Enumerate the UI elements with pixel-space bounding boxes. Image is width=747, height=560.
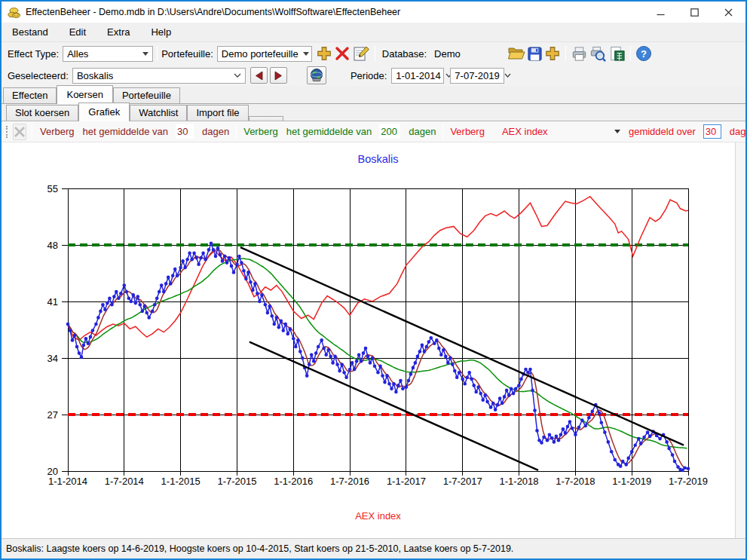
- print-preview-icon: [589, 45, 607, 63]
- effect-type-label: Effect Type:: [8, 48, 59, 60]
- previous-effect-button[interactable]: [250, 67, 268, 84]
- add-portefeuille-button[interactable]: [315, 44, 333, 63]
- help-icon: ?: [635, 45, 652, 62]
- menu-bar: Bestand Edit Extra Help: [2, 23, 745, 42]
- minimize-button[interactable]: [644, 2, 678, 23]
- svg-text:48: 48: [47, 240, 58, 251]
- average-30-label: het gemiddelde van: [83, 126, 168, 137]
- web-lookup-button[interactable]: [307, 66, 326, 84]
- dropdown-arrow-icon: [614, 130, 620, 133]
- sub-tab-strip: Slot koersen Grafiek Watchlist Import fi…: [2, 104, 745, 121]
- selection-bar: Geselecteerd: Boskalis Periode: 1-01-201…: [2, 65, 745, 86]
- maximize-icon: [690, 8, 699, 17]
- help-button[interactable]: ?: [635, 44, 653, 63]
- status-text: Boskalis: Laagste koers op 14-6-2019, Ho…: [6, 543, 513, 554]
- svg-text:1-1-2015: 1-1-2015: [161, 476, 201, 487]
- verberg-index-button[interactable]: Verberg: [450, 126, 485, 137]
- svg-text:1-1-2016: 1-1-2016: [274, 476, 313, 487]
- application-window: EffectenBeheer - Demo.mdb in D:\Users\An…: [0, 0, 747, 560]
- menu-help[interactable]: Help: [140, 23, 182, 41]
- tab-blank[interactable]: [249, 116, 283, 121]
- average-30-input[interactable]: [176, 124, 194, 139]
- gemiddeld-over-label: gemiddeld over: [629, 126, 696, 137]
- tab-grafiek[interactable]: Grafiek: [78, 103, 130, 121]
- title-bar: EffectenBeheer - Demo.mdb in D:\Users\An…: [2, 2, 745, 23]
- previous-arrow-icon: [255, 71, 263, 81]
- main-toolbar: Effect Type: Alles Portefeuille: Demo po…: [2, 42, 745, 65]
- menu-edit[interactable]: Edit: [59, 23, 96, 41]
- svg-text:1-7-2016: 1-7-2016: [330, 476, 369, 487]
- geselecteerd-combobox[interactable]: Boskalis: [72, 68, 246, 84]
- coins-app-icon: [8, 6, 20, 19]
- save-icon: [527, 46, 543, 62]
- status-bar: Boskalis: Laagste koers op 14-6-2019, Ho…: [2, 538, 745, 558]
- folder-open-icon: [507, 46, 525, 61]
- print-icon: [571, 45, 588, 63]
- index-average-input[interactable]: [703, 124, 721, 139]
- dagen-30-label: dagen: [202, 126, 229, 137]
- export-excel-button[interactable]: [608, 44, 626, 63]
- periode-label: Periode:: [351, 70, 387, 81]
- svg-text:1-7-2014: 1-7-2014: [105, 476, 144, 487]
- average-200-input[interactable]: [379, 124, 400, 139]
- minimize-icon: [657, 8, 665, 17]
- toggle-average-30-group: Verberg het gemiddelde van dagen: [38, 124, 229, 139]
- dagen-index-label: dagen: [730, 126, 747, 137]
- next-effect-button[interactable]: [270, 67, 287, 84]
- close-icon: [724, 8, 733, 17]
- window-title: EffectenBeheer - Demo.mdb in D:\Users\An…: [26, 7, 400, 17]
- close-button[interactable]: [712, 2, 745, 23]
- menu-extra[interactable]: Extra: [96, 23, 140, 41]
- geselecteerd-label: Geselecteerd:: [8, 70, 69, 81]
- tab-import-file[interactable]: Import file: [187, 105, 248, 121]
- separator: [630, 46, 631, 61]
- delete-icon: [334, 45, 351, 62]
- print-button[interactable]: [570, 44, 589, 63]
- separator: [236, 124, 237, 139]
- portefeuille-combobox[interactable]: Demo portefeuille: [217, 46, 312, 62]
- svg-text:34: 34: [47, 353, 58, 364]
- edit-portefeuille-button[interactable]: [351, 44, 371, 63]
- verberg-30-button[interactable]: Verberg: [40, 126, 75, 137]
- print-preview-button[interactable]: [589, 44, 608, 63]
- chart-toolbar: Verberg het gemiddelde van dagen Verberg…: [2, 121, 745, 142]
- periode-from-combobox[interactable]: 1-01-2014: [391, 68, 444, 84]
- toggle-index-group: Verberg AEX index gemiddeld over dagen: [450, 124, 747, 139]
- koers-grafiek[interactable]: 1-1-20141-7-20141-1-20151-7-20151-1-2016…: [2, 142, 745, 538]
- svg-text:1-7-2019: 1-7-2019: [669, 476, 708, 487]
- tab-effecten[interactable]: Effecten: [3, 87, 57, 103]
- tab-portefeuille[interactable]: Portefeuille: [113, 87, 180, 103]
- dropdown-arrow-icon: [138, 52, 148, 56]
- svg-text:1-1-2018: 1-1-2018: [500, 476, 539, 487]
- tab-slot-koersen[interactable]: Slot koersen: [6, 105, 78, 121]
- remove-trendline-button-disabled: [13, 124, 26, 140]
- next-arrow-icon: [274, 71, 283, 81]
- edit-icon: [352, 44, 370, 63]
- svg-text:20: 20: [47, 466, 58, 477]
- svg-text:?: ?: [641, 48, 647, 60]
- chevron-down-icon: [500, 73, 511, 78]
- right-gutter: [735, 142, 745, 538]
- maximize-button[interactable]: [678, 2, 712, 23]
- index-combobox[interactable]: AEX index: [494, 126, 620, 137]
- menu-bestand[interactable]: Bestand: [2, 23, 59, 41]
- separator: [32, 124, 32, 139]
- toggle-average-200-group: Verberg het gemiddelde van dagen: [243, 124, 436, 139]
- tab-koersen[interactable]: Koersen: [57, 85, 112, 104]
- open-database-button[interactable]: [507, 44, 526, 63]
- tab-watchlist[interactable]: Watchlist: [130, 105, 187, 121]
- main-tab-strip: Effecten Koersen Portefeuille: [2, 86, 745, 104]
- verberg-200-button[interactable]: Verberg: [243, 126, 278, 137]
- portefeuille-label: Portefeuille:: [161, 48, 213, 60]
- separator: [565, 46, 566, 61]
- globe-icon: [309, 68, 324, 83]
- dagen-200-label: dagen: [409, 126, 436, 137]
- svg-text:27: 27: [47, 409, 58, 421]
- save-database-button[interactable]: [526, 44, 543, 63]
- chart-index-legend: AEX index: [68, 510, 688, 522]
- periode-to-combobox[interactable]: 7-07-2019: [450, 68, 504, 84]
- effect-type-combobox[interactable]: Alles: [63, 46, 153, 62]
- add-database-button[interactable]: [543, 44, 562, 63]
- delete-portefeuille-button[interactable]: [333, 44, 351, 63]
- toolbar-grip-icon[interactable]: [6, 126, 8, 138]
